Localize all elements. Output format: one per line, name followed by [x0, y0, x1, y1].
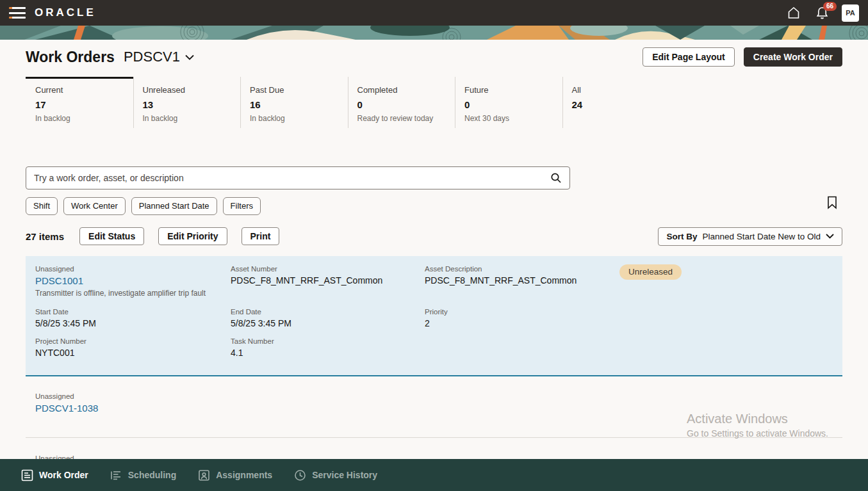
project-number-value: NYTC001 — [35, 348, 231, 358]
nav-work-order[interactable]: Work Order — [21, 469, 88, 481]
top-header-bar: ORACLE 66 PA — [0, 0, 868, 26]
status-badge: Unreleased — [619, 264, 682, 280]
work-order-row[interactable]: Unassigned PDSCV1-1038 — [26, 376, 842, 438]
chevron-down-icon — [826, 234, 834, 239]
nav-assignments[interactable]: Assignments — [198, 469, 272, 481]
filter-chips-row: Shift Work Center Planned Start Date Fil… — [26, 197, 842, 215]
search-bar — [26, 166, 570, 189]
nav-label: Assignments — [216, 470, 272, 480]
active-tab-indicator — [26, 77, 133, 79]
work-order-list: Unassigned PDSC1001 Transmitter is offli… — [26, 256, 842, 469]
work-order-link[interactable]: PDSC1001 — [35, 275, 231, 287]
service-history-icon — [294, 469, 306, 481]
task-number-label: Task Number — [231, 337, 425, 346]
assignments-icon — [198, 469, 210, 481]
project-number-label: Project Number — [35, 337, 231, 346]
home-icon[interactable] — [783, 2, 805, 24]
assignee-label: Unassigned — [35, 264, 231, 273]
org-selector[interactable]: PDSCV1 — [124, 49, 194, 65]
nav-label: Work Order — [39, 470, 88, 480]
print-button[interactable]: Print — [242, 227, 280, 246]
chevron-down-icon — [185, 54, 194, 60]
search-icon[interactable] — [550, 172, 562, 184]
edit-page-layout-button[interactable]: Edit Page Layout — [643, 47, 735, 67]
asset-description-label: Asset Description — [425, 264, 619, 273]
nav-service-history[interactable]: Service History — [294, 469, 377, 481]
start-date-label: Start Date — [35, 307, 231, 316]
priority-label: Priority — [425, 307, 619, 316]
oracle-logo: ORACLE — [35, 6, 96, 19]
start-date-value: 5/8/25 3:45 PM — [35, 318, 231, 329]
asset-number-label: Asset Number — [231, 264, 425, 273]
priority-value: 2 — [425, 318, 619, 329]
page-title: Work Orders — [26, 49, 115, 66]
menu-icon[interactable] — [9, 7, 26, 19]
bookmark-icon[interactable] — [827, 196, 837, 212]
chip-planned-start-date[interactable]: Planned Start Date — [131, 197, 217, 215]
tab-past-due[interactable]: Past Due 16 In backlog — [240, 77, 348, 128]
avatar[interactable]: PA — [842, 4, 859, 22]
banner-pattern — [0, 26, 868, 40]
nav-label: Scheduling — [128, 470, 176, 480]
nav-label: Service History — [312, 470, 377, 480]
chip-shift[interactable]: Shift — [26, 197, 58, 215]
tab-all[interactable]: All 24 — [562, 77, 670, 128]
list-toolbar: 27 items Edit Status Edit Priority Print… — [26, 227, 842, 246]
task-number-value: 4.1 — [231, 348, 425, 358]
items-count: 27 items — [26, 231, 64, 242]
bottom-navigation: Work Order Scheduling Assignments Servic… — [0, 459, 868, 491]
sort-by-value: Planned Start Date New to Old — [702, 232, 821, 241]
tab-future[interactable]: Future 0 Next 30 days — [455, 77, 562, 128]
sort-by-dropdown[interactable]: Sort By Planned Start Date New to Old — [658, 227, 842, 246]
assignee-label: Unassigned — [35, 392, 833, 401]
chip-work-center[interactable]: Work Center — [63, 197, 126, 215]
tab-current[interactable]: Current 17 In backlog — [26, 77, 133, 128]
nav-scheduling[interactable]: Scheduling — [110, 469, 176, 481]
work-order-icon — [21, 469, 33, 481]
bell-icon[interactable]: 66 — [811, 2, 833, 24]
sort-by-label: Sort By — [666, 232, 697, 241]
end-date-value: 5/8/25 3:45 PM — [231, 318, 425, 329]
org-name: PDSCV1 — [124, 49, 180, 65]
work-order-link[interactable]: PDSCV1-1038 — [35, 402, 833, 414]
work-order-card-selected[interactable]: Unassigned PDSC1001 Transmitter is offli… — [26, 256, 842, 376]
main-content: Work Orders PDSCV1 Edit Page Layout Crea… — [0, 47, 868, 469]
create-work-order-button[interactable]: Create Work Order — [744, 47, 842, 67]
status-tabs: Current 17 In backlog Unreleased 13 In b… — [26, 77, 842, 128]
edit-status-button[interactable]: Edit Status — [79, 227, 144, 246]
asset-number-value: PDSC_F8_MNT_RRF_AST_Common — [231, 275, 425, 286]
notification-count-badge: 66 — [823, 2, 837, 11]
tab-unreleased[interactable]: Unreleased 13 In backlog — [133, 77, 241, 128]
tab-completed[interactable]: Completed 0 Ready to review today — [348, 77, 455, 128]
end-date-label: End Date — [231, 307, 425, 316]
edit-priority-button[interactable]: Edit Priority — [158, 227, 227, 246]
asset-description-value: PDSC_F8_MNT_RRF_AST_Common — [425, 275, 619, 286]
scheduling-icon — [110, 469, 122, 481]
chip-filters[interactable]: Filters — [223, 197, 261, 215]
work-order-summary: Transmitter is offline, investigate ampl… — [35, 289, 231, 298]
search-input[interactable] — [34, 173, 550, 183]
